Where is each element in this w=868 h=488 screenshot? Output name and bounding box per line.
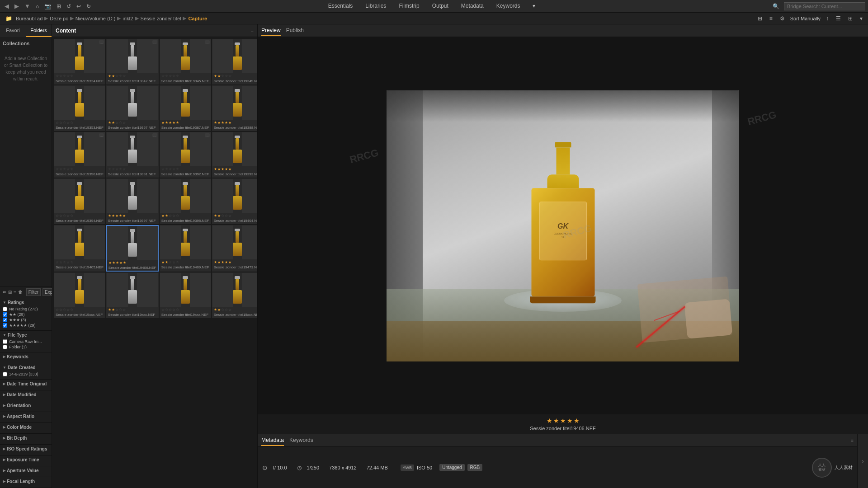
filter-datetimeoriginal-title[interactable]: ▶ Date Time Original xyxy=(3,381,49,386)
thumbnail-item-9[interactable]: … ☆☆☆☆☆ Sessie zonder titel19391.NEF xyxy=(106,132,159,178)
star-3: ☆ xyxy=(119,121,122,125)
thumbnail-item-17[interactable]: ★★★★★ Sessie zonder titel19406.NEF xyxy=(106,225,159,272)
nav-down-button[interactable]: ▼ xyxy=(23,2,32,10)
undo-icon[interactable]: ↩ xyxy=(75,2,83,10)
thumbnail-item-11[interactable]: … ★★★★★ Sessie zonder titel19393.NEF xyxy=(212,132,257,178)
thumbnail-item-12[interactable]: ☆☆☆☆☆ Sessie zonder titel19394.NEF xyxy=(54,178,105,224)
home-icon[interactable]: ⌂ xyxy=(34,2,41,10)
filter-filetype-title[interactable]: ▼ File Type xyxy=(3,333,49,338)
thumbnail-item-16[interactable]: ☆☆☆☆☆ Sessie zonder titel19405.NEF xyxy=(54,225,105,272)
star-0: ☆ xyxy=(56,214,59,218)
thumbnail-item-23[interactable]: ★★☆☆☆ Sessie zonder titel19xxx.NEF xyxy=(212,272,257,318)
thumbnail-item-15[interactable]: ★★☆☆☆ Sessie zonder titel19404.NEF xyxy=(212,178,257,224)
nav-back-button[interactable]: ◀ xyxy=(3,2,11,10)
thumbnail-item-13[interactable]: ★★★★★ Sessie zonder titel19397.NEF xyxy=(106,178,159,224)
filter-datecreated-title[interactable]: ▼ Date Created xyxy=(3,365,49,370)
redo-icon[interactable]: ↻ xyxy=(85,2,93,10)
camera-icon[interactable]: 📷 xyxy=(42,2,53,10)
filter-colormode-title[interactable]: ▶ Color Mode xyxy=(3,425,49,430)
thumbnail-item-6[interactable]: ★★★★★ Sessie zonder titel19387.NEF xyxy=(160,85,211,131)
filter-exposuretime-title[interactable]: ▶ Exposure Time xyxy=(3,457,49,462)
list-view-icon[interactable]: ☰ xyxy=(834,14,843,23)
filter-checkbox-folder[interactable] xyxy=(3,345,7,349)
grid-view-icon[interactable]: ⊞ xyxy=(846,14,854,23)
filter-checkbox-cameraraw[interactable] xyxy=(3,339,7,344)
tab-output[interactable]: Output xyxy=(426,0,455,12)
tab-filmstrip[interactable]: Filmstrip xyxy=(392,0,425,12)
filter-orientation-title[interactable]: ▶ Orientation xyxy=(3,403,49,408)
meta-collapse-icon[interactable]: ≡ xyxy=(851,438,854,443)
filter-aspectratio-title[interactable]: ▶ Aspect Ratio xyxy=(3,414,49,419)
thumbnail-image-4 xyxy=(54,86,105,120)
meta-expand-button[interactable]: › xyxy=(857,434,868,488)
tab-publish[interactable]: Publish xyxy=(286,25,304,36)
star-0: ★ xyxy=(214,308,217,312)
filter-focallength-title[interactable]: ▶ Focal Length xyxy=(3,479,49,484)
thumbnail-item-10[interactable]: … ☆☆☆☆☆ Sessie zonder titel19392.NEF xyxy=(160,132,211,178)
thumbnail-stars-21: ★★☆☆☆ xyxy=(107,307,158,313)
star-1: ☆ xyxy=(165,167,168,171)
filter-ratings-title[interactable]: ▼ Ratings xyxy=(3,300,49,305)
breadcrumb-bureaubl[interactable]: Bureaubl ad xyxy=(16,16,42,21)
thumbnail-item-22[interactable]: ☆☆☆☆☆ Sessie zonder titel19xxx.NEF xyxy=(160,272,211,318)
filter-button[interactable]: Filter xyxy=(26,288,41,296)
star-1: ★ xyxy=(165,214,168,218)
breadcrumb-inkt2[interactable]: inkt2 xyxy=(123,16,133,21)
filter-checkbox-3star[interactable] xyxy=(3,318,7,322)
thumbnail-item-1[interactable]: … ★★☆☆☆ Sessie zonder titel19342.NEF xyxy=(106,39,159,84)
search-input[interactable] xyxy=(784,2,865,10)
breadcrumb-volume[interactable]: NieuwVolume (D:) xyxy=(75,16,116,21)
thumbnail-item-3[interactable]: … ★★☆☆☆ Sessie zonder titel19349.NEF xyxy=(212,39,257,84)
search-icon[interactable]: 🔍 xyxy=(771,2,781,10)
tab-meta[interactable]: Metadata xyxy=(261,435,284,446)
tab-libraries[interactable]: Libraries xyxy=(359,0,392,12)
thumbnail-item-20[interactable]: ☆☆☆☆☆ Sessie zonder titel19xxx.NEF xyxy=(54,272,105,318)
filter-section-focallength: ▶ Focal Length xyxy=(0,477,52,488)
sort-arrow-icon[interactable]: ↑ xyxy=(824,14,830,23)
more-options-icon[interactable]: ▾ xyxy=(858,14,864,23)
star-2: ★ xyxy=(221,121,224,125)
thumbnail-name-12: Sessie zonder titel19394.NEF xyxy=(54,219,105,224)
thumbnail-item-7[interactable]: ★★★★★ Sessie zonder titel19388.NEF xyxy=(212,85,257,131)
thumbnail-item-4[interactable]: ☆☆☆☆☆ Sessie zonder titel19353.NEF xyxy=(54,85,105,131)
filter-checkbox-2star[interactable] xyxy=(3,312,7,317)
tab-favori[interactable]: Favori xyxy=(0,24,26,37)
thumbnail-image-13 xyxy=(107,179,158,213)
filter-icon[interactable]: ⚙ xyxy=(778,14,787,23)
view-icon[interactable]: ⊞ xyxy=(55,2,63,10)
filter-checkbox-date2019[interactable] xyxy=(3,372,7,376)
thumbnail-item-14[interactable]: ★★☆☆☆ Sessie zonder titel19398.NEF xyxy=(160,178,211,224)
thumbnail-item-5[interactable]: ★★☆☆☆ Sessie zonder titel19357.NEF xyxy=(106,85,159,131)
breadcrumb-capture[interactable]: Capture xyxy=(188,16,207,21)
filter-keywords-title[interactable]: ▶ Keywords xyxy=(3,354,49,359)
breadcrumb-sessie[interactable]: Sessie zonder titel xyxy=(141,16,181,21)
filter-checkbox-5star[interactable] xyxy=(3,323,7,328)
tab-keywords[interactable]: Keywords xyxy=(490,0,527,12)
nav-forward-button[interactable]: ▶ xyxy=(13,2,21,10)
thumbnail-item-2[interactable]: … ☆☆☆☆☆ Sessie zonder titel19345.NEF xyxy=(160,39,211,84)
filter-checkbox-norating[interactable] xyxy=(3,307,7,311)
thumbnail-item-21[interactable]: ★★☆☆☆ Sessie zonder titel19xxx.NEF xyxy=(106,272,159,318)
shutter-value: 1/250 xyxy=(307,465,320,470)
filter-aperture-title[interactable]: ▶ Aperture Value xyxy=(3,468,49,473)
tab-metadata[interactable]: Metadata xyxy=(455,0,490,12)
tab-keywords[interactable]: Keywords xyxy=(289,435,313,446)
filter-iso-title[interactable]: ▶ ISO Speed Ratings xyxy=(3,446,49,451)
view-options-icon[interactable]: ≡ xyxy=(768,14,774,23)
filter-bitdepth-title[interactable]: ▶ Bit Depth xyxy=(3,436,49,441)
refresh-icon[interactable]: ↺ xyxy=(65,2,73,10)
tab-folders[interactable]: Folders xyxy=(26,24,52,37)
star-1: ★ xyxy=(217,121,221,125)
tab-preview[interactable]: Preview xyxy=(261,25,281,36)
thumbnail-item-18[interactable]: ★★☆☆☆ Sessie zonder titel19409.NEF xyxy=(160,225,211,272)
filter-datemodified-title[interactable]: ▶ Date Modified xyxy=(3,392,49,397)
thumbnail-item-19[interactable]: ★★★★★ Sessie zonder titel19473.NEF xyxy=(212,225,257,272)
star-2: ☆ xyxy=(115,121,118,125)
thumbnail-item-8[interactable]: … ☆☆☆☆☆ Sessie zonder titel19390.NEF xyxy=(54,132,105,178)
breadcrumb-deze-pc[interactable]: Deze pc xyxy=(50,16,68,21)
tab-essentials[interactable]: Essentials xyxy=(322,0,359,12)
tab-more[interactable]: ▾ xyxy=(526,0,542,12)
thumbnail-item-0[interactable]: … ☆☆☆☆☆ Sessie zonder titel19324.NEF xyxy=(54,39,105,84)
content-menu-icon[interactable]: ≡ xyxy=(251,28,254,33)
sort-icons[interactable]: ⊞ xyxy=(756,14,764,23)
